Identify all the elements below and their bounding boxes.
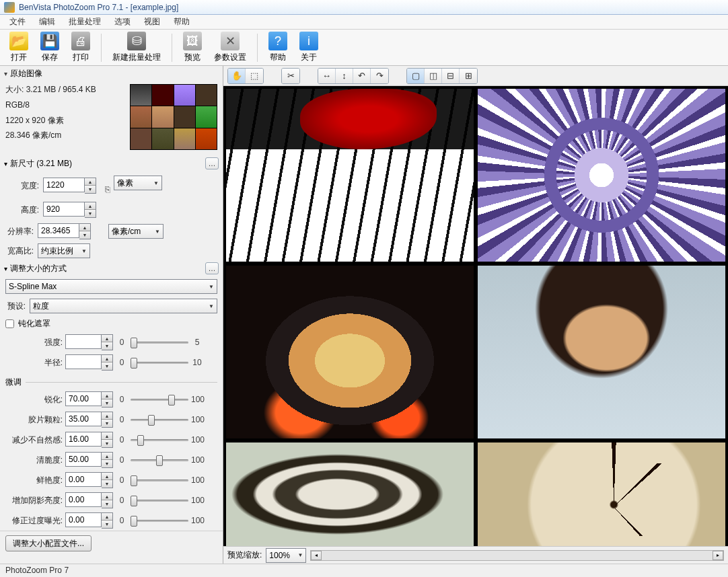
link-aspect-icon[interactable]: ⎘ <box>103 176 112 202</box>
settings-button[interactable]: ✕参数设置 <box>209 30 252 65</box>
res-down[interactable]: ▼ <box>79 231 90 239</box>
width-down[interactable]: ▼ <box>85 186 96 193</box>
print-button[interactable]: 🖨打印 <box>66 30 96 65</box>
intensity-up[interactable]: ▲ <box>102 335 112 342</box>
horizontal-scrollbar[interactable]: ◂▸ <box>310 550 724 561</box>
sharpness-label: 锐化: <box>5 394 63 406</box>
view-quad-button[interactable]: ⊞ <box>460 69 477 83</box>
intensity-input[interactable] <box>65 334 102 349</box>
sharpness-down[interactable]: ▼ <box>102 399 112 407</box>
method-options-button[interactable]: … <box>205 262 219 274</box>
menu-help[interactable]: 帮助 <box>167 15 196 29</box>
view-split-h-button[interactable]: ⊟ <box>442 69 460 83</box>
preview-tile <box>226 89 474 262</box>
dimension-unit-combo[interactable]: 像素▼ <box>114 176 162 190</box>
grain-up[interactable]: ▲ <box>102 412 112 420</box>
resolution-unit-combo[interactable]: 像素/cm▼ <box>108 224 163 239</box>
crisp-down[interactable]: ▼ <box>102 460 112 467</box>
height-input[interactable] <box>43 202 85 217</box>
preset-combo[interactable]: 粒度▼ <box>30 299 217 313</box>
shadow-label: 增加阴影亮度: <box>5 495 63 506</box>
original-dims: 1220 x 920 像素 <box>5 115 124 126</box>
artifact-slider[interactable] <box>131 434 188 446</box>
help-button[interactable]: ?帮助 <box>263 30 293 65</box>
print-label: 打印 <box>73 52 89 63</box>
status-text: PhotoZoom Pro 7 <box>5 566 69 575</box>
vivid-down[interactable]: ▼ <box>102 480 112 488</box>
view-single-button[interactable]: ▢ <box>407 69 425 83</box>
vivid-slider[interactable] <box>131 474 188 486</box>
vivid-input[interactable] <box>65 472 102 487</box>
shadow-up[interactable]: ▲ <box>102 493 112 500</box>
scroll-left-button[interactable]: ◂ <box>311 551 322 560</box>
ratio-combo[interactable]: 约束比例▼ <box>38 243 90 258</box>
crisp-slider[interactable] <box>131 454 188 466</box>
algorithm-combo[interactable]: S-Spline Max▼ <box>5 279 217 294</box>
crisp-label: 清脆度: <box>5 455 63 466</box>
shadow-down[interactable]: ▼ <box>102 500 112 508</box>
menu-edit[interactable]: 编辑 <box>32 15 62 29</box>
resolution-unit-value: 像素/cm <box>112 226 141 237</box>
shadow-slider[interactable] <box>131 494 188 506</box>
grain-slider[interactable] <box>131 414 188 426</box>
crop-tool-button[interactable]: ✂ <box>282 69 299 83</box>
panel-original-header[interactable]: ▾ 原始图像 <box>0 66 223 81</box>
intensity-down[interactable]: ▼ <box>102 342 112 350</box>
algorithm-value: S-Spline Max <box>9 282 57 291</box>
sidebar: ▾ 原始图像 大小: 3.21 MB / 965.4 KB RGB/8 1220… <box>0 66 223 564</box>
menu-batch[interactable]: 批量处理 <box>62 15 108 29</box>
menu-file[interactable]: 文件 <box>3 15 32 29</box>
radius-up[interactable]: ▲ <box>102 355 112 362</box>
radius-max: 10 <box>191 358 203 367</box>
batch-button[interactable]: ⛁新建批量处理 <box>107 30 166 65</box>
menu-view[interactable]: 视图 <box>137 15 167 29</box>
sharpness-input[interactable] <box>65 391 102 406</box>
shadow-input[interactable] <box>65 492 102 507</box>
artifact-down[interactable]: ▼ <box>102 440 112 447</box>
thumbnail[interactable] <box>130 84 217 150</box>
grain-down[interactable]: ▼ <box>102 420 112 427</box>
vivid-up[interactable]: ▲ <box>102 473 112 480</box>
resize-profile-button[interactable]: 调整大小配置文件... <box>5 535 92 551</box>
exposure-down[interactable]: ▼ <box>102 521 112 528</box>
original-mode: RGB/8 <box>5 100 124 111</box>
pan-tool-button[interactable]: ✋ <box>228 69 246 83</box>
width-up[interactable]: ▲ <box>85 178 96 186</box>
rotate-ccw-button[interactable]: ↶ <box>353 69 371 83</box>
radius-input[interactable] <box>65 354 102 369</box>
newsize-options-button[interactable]: … <box>205 157 219 169</box>
zoom-combo[interactable]: 100%▼ <box>266 548 306 563</box>
resolution-input[interactable] <box>38 223 79 238</box>
grain-input[interactable] <box>65 412 102 426</box>
width-input[interactable] <box>43 178 85 192</box>
sharpness-slider[interactable] <box>131 393 188 406</box>
sharpness-up[interactable]: ▲ <box>102 392 112 399</box>
scroll-right-button[interactable]: ▸ <box>713 551 723 560</box>
intensity-min: 0 <box>116 338 128 347</box>
intensity-slider[interactable] <box>131 336 188 348</box>
height-down[interactable]: ▼ <box>85 210 96 217</box>
crisp-up[interactable]: ▲ <box>102 453 112 460</box>
height-up[interactable]: ▲ <box>85 202 96 210</box>
preview-button[interactable]: 🖼预览 <box>178 30 207 65</box>
exposure-slider[interactable] <box>131 514 188 527</box>
artifact-up[interactable]: ▲ <box>102 432 112 440</box>
select-tool-button[interactable]: ⬚ <box>246 69 263 83</box>
crisp-input[interactable] <box>65 452 102 467</box>
radius-slider[interactable] <box>131 356 188 369</box>
exposure-input[interactable] <box>65 512 102 527</box>
save-button[interactable]: 💾保存 <box>35 30 65 65</box>
radius-down[interactable]: ▼ <box>102 362 112 370</box>
artifact-input[interactable] <box>65 432 102 447</box>
exposure-up[interactable]: ▲ <box>102 513 112 521</box>
view-split-v-button[interactable]: ◫ <box>425 69 442 83</box>
about-button[interactable]: i关于 <box>294 30 324 65</box>
menu-options[interactable]: 选项 <box>108 15 137 29</box>
rotate-cw-button[interactable]: ↷ <box>371 69 388 83</box>
flip-h-button[interactable]: ↔ <box>318 69 336 83</box>
open-button[interactable]: 📂打开 <box>4 30 34 65</box>
flip-v-button[interactable]: ↕ <box>336 69 353 83</box>
preview-canvas[interactable] <box>223 86 728 546</box>
sharpen-mask-checkbox[interactable] <box>5 319 14 328</box>
res-up[interactable]: ▲ <box>79 224 90 231</box>
